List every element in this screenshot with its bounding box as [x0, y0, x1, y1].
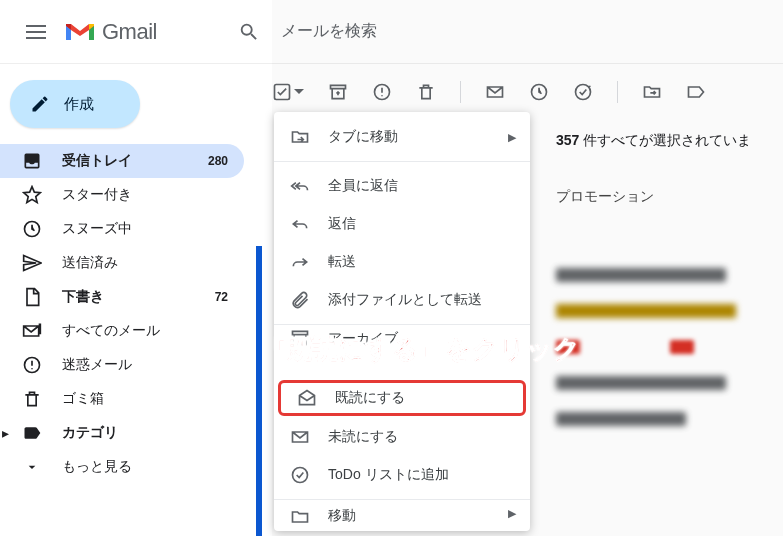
sidebar-item-sent[interactable]: 送信済み: [0, 246, 244, 280]
menu-separator: [274, 161, 530, 162]
search-placeholder: メールを検索: [281, 21, 377, 42]
reply-all-icon: [290, 176, 310, 196]
snooze-button[interactable]: [529, 82, 549, 102]
header-bar: Gmail メールを検索: [0, 0, 783, 64]
instruction-annotation: 『既読にする』をクリック: [260, 332, 580, 367]
menu-label: タブに移動: [328, 128, 398, 146]
menu-reply[interactable]: 返信: [274, 205, 530, 243]
menu-label: 添付ファイルとして転送: [328, 291, 482, 309]
menu-mark-read[interactable]: 既読にする: [278, 380, 526, 416]
mail-icon: [290, 427, 310, 447]
menu-move[interactable]: 移動 ▶: [274, 505, 530, 525]
todo-icon: [290, 465, 310, 485]
chevron-down-icon: [22, 457, 42, 477]
forward-icon: [290, 252, 310, 272]
search-icon: [237, 20, 261, 44]
message-list-blurred: 357 件すべてが選択されていま プロモーション: [556, 124, 783, 536]
menu-label: 既読にする: [335, 389, 405, 407]
sidebar-item-more[interactable]: もっと見る: [0, 450, 244, 484]
sidebar-item-label: もっと見る: [62, 458, 228, 476]
sidebar-item-label: 迷惑メール: [62, 356, 228, 374]
report-spam-button[interactable]: [372, 82, 392, 102]
toolbar-separator: [617, 81, 618, 103]
menu-add-todo[interactable]: ToDo リストに追加: [274, 456, 530, 494]
select-all-checkbox[interactable]: [272, 82, 304, 102]
all-mail-icon: [22, 321, 42, 341]
context-menu: タブに移動 ▶ 全員に返信 返信 転送 添付ファイルとして転送: [274, 112, 530, 531]
trash-icon: [22, 389, 42, 409]
menu-label: 全員に返信: [328, 177, 398, 195]
archive-button[interactable]: [328, 82, 348, 102]
spam-icon: [22, 355, 42, 375]
menu-label: 転送: [328, 253, 356, 271]
attachment-icon: [290, 290, 310, 310]
sidebar-item-drafts[interactable]: 下書き 72: [0, 280, 244, 314]
sidebar-item-categories[interactable]: ▸ カテゴリ: [0, 416, 244, 450]
menu-forward[interactable]: 転送: [274, 243, 530, 281]
menu-label: ToDo リストに追加: [328, 466, 449, 484]
delete-button[interactable]: [416, 82, 436, 102]
search-bar[interactable]: メールを検索: [237, 20, 377, 44]
checkbox-checked-icon: [272, 82, 292, 102]
toolbar-separator: [460, 81, 461, 103]
add-task-button[interactable]: [573, 82, 593, 102]
gmail-logo-text: Gmail: [102, 19, 157, 45]
hamburger-icon: [26, 25, 46, 39]
selection-indicator: [256, 246, 262, 536]
menu-mark-unread[interactable]: 未読にする: [274, 418, 530, 456]
submenu-arrow-icon: ▶: [508, 131, 516, 144]
star-icon: [22, 185, 42, 205]
category-icon: [22, 423, 42, 443]
menu-label: 移動: [328, 507, 356, 525]
nav-list: 受信トレイ 280 スター付き スヌーズ中 送信済み 下書き 72: [0, 144, 256, 484]
inbox-icon: [22, 151, 42, 171]
sidebar-item-snoozed[interactable]: スヌーズ中: [0, 212, 244, 246]
selection-info: 357 件すべてが選択されていま: [556, 124, 783, 158]
sidebar: 作成 受信トレイ 280 スター付き スヌーズ中 送信済み 下書き: [0, 64, 256, 536]
main-content: 357 件すべてが選択されていま プロモーション タブに移動 ▶ 全員に返信: [256, 64, 783, 536]
menu-label: 未読にする: [328, 428, 398, 446]
pencil-icon: [30, 94, 50, 114]
move-to-button[interactable]: [642, 82, 662, 102]
tab-promotions[interactable]: プロモーション: [556, 188, 783, 206]
menu-separator: [274, 499, 530, 500]
compose-button[interactable]: 作成: [10, 80, 140, 128]
sidebar-item-label: 下書き: [62, 288, 195, 306]
menu-separator: [274, 324, 530, 325]
menu-move-to-tab[interactable]: タブに移動 ▶: [274, 118, 530, 156]
chevron-right-icon: ▸: [2, 425, 16, 441]
menu-label: 返信: [328, 215, 356, 233]
gmail-logo-icon: [64, 20, 96, 44]
sidebar-item-label: すべてのメール: [62, 322, 228, 340]
sidebar-item-label: カテゴリ: [62, 424, 228, 442]
mark-unread-button[interactable]: [485, 82, 505, 102]
sidebar-item-starred[interactable]: スター付き: [0, 178, 244, 212]
send-icon: [22, 253, 42, 273]
move-to-tab-icon: [290, 127, 310, 147]
main-menu-button[interactable]: [12, 8, 60, 56]
sidebar-item-label: スヌーズ中: [62, 220, 228, 238]
sidebar-item-label: 受信トレイ: [62, 152, 188, 170]
svg-point-6: [293, 468, 308, 483]
sidebar-item-label: 送信済み: [62, 254, 228, 272]
selection-rest: 件すべてが選択されていま: [579, 132, 751, 148]
clock-icon: [22, 219, 42, 239]
dropdown-arrow-icon: [294, 87, 304, 97]
sidebar-item-spam[interactable]: 迷惑メール: [0, 348, 244, 382]
sidebar-item-inbox[interactable]: 受信トレイ 280: [0, 144, 244, 178]
menu-forward-attachment[interactable]: 添付ファイルとして転送: [274, 281, 530, 319]
sidebar-item-trash[interactable]: ゴミ箱: [0, 382, 244, 416]
move-icon: [290, 507, 310, 525]
gmail-logo[interactable]: Gmail: [64, 19, 157, 45]
labels-button[interactable]: [686, 82, 706, 102]
sidebar-item-label: ゴミ箱: [62, 390, 228, 408]
compose-label: 作成: [64, 95, 94, 114]
sidebar-item-label: スター付き: [62, 186, 228, 204]
reply-icon: [290, 214, 310, 234]
sidebar-item-all-mail[interactable]: すべてのメール: [0, 314, 244, 348]
selection-count: 357: [556, 132, 579, 148]
submenu-arrow-icon: ▶: [508, 507, 516, 520]
menu-reply-all[interactable]: 全員に返信: [274, 167, 530, 205]
draft-icon: [22, 287, 42, 307]
sidebar-item-count: 72: [215, 290, 228, 304]
